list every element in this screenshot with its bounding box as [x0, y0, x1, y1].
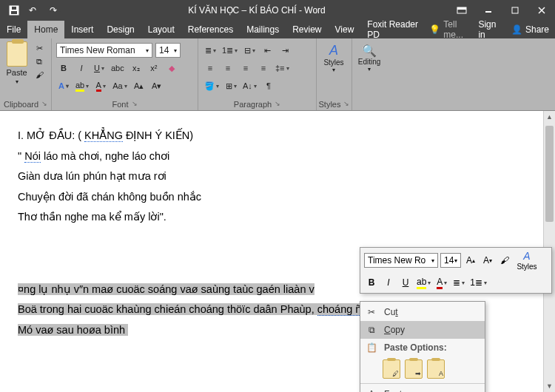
copy-icon: ⧉	[365, 325, 378, 335]
align-right-button[interactable]: ≡	[238, 61, 253, 75]
align-center-button[interactable]: ≡	[221, 61, 235, 75]
multilevel-button[interactable]: ⊟	[242, 43, 257, 58]
close-button[interactable]	[528, 0, 555, 21]
mini-numbering[interactable]: 1≣	[468, 275, 488, 290]
mini-styles-label: Styles	[517, 263, 536, 271]
tell-me-label: Tell me...	[443, 19, 468, 40]
menu-cut[interactable]: ✂ Cut	[360, 303, 485, 321]
text-effects-button[interactable]: A	[56, 78, 71, 93]
launcher-icon[interactable]: ↘	[41, 100, 47, 109]
strikethrough-button[interactable]: abc	[110, 61, 126, 75]
font-name-combo[interactable]: Times New Roman▾	[56, 43, 152, 58]
decrease-indent-button[interactable]: ⇤	[260, 43, 275, 58]
mini-font-value: Times New Ro	[368, 255, 426, 266]
italic-button[interactable]: I	[74, 61, 89, 75]
launcher-icon[interactable]: ↘	[275, 100, 280, 109]
mini-styles[interactable]: A Styles	[514, 250, 539, 271]
editing-button[interactable]: 🔍 Editing ▾	[357, 41, 382, 74]
mini-font-combo[interactable]: Times New Ro▾	[364, 253, 438, 268]
paste-merge[interactable]: ➡	[405, 359, 423, 379]
menu-font-label: Font...	[384, 389, 409, 392]
tab-home[interactable]: Home	[27, 21, 64, 38]
tell-me[interactable]: 💡 Tell me...	[425, 21, 472, 38]
context-menu: ✂ Cut ⧉ Copy 📋 Paste Options: 🖊 ➡ A A Fo…	[360, 301, 485, 392]
subscript-button[interactable]: x₂	[129, 61, 144, 75]
launcher-icon[interactable]: ↘	[132, 100, 138, 109]
redo-button[interactable]: ↷	[46, 2, 65, 18]
font-color-button[interactable]: A	[93, 78, 108, 93]
tab-review[interactable]: Review	[286, 21, 328, 38]
window-controls	[448, 0, 555, 21]
show-marks-button[interactable]: ¶	[261, 78, 276, 93]
menu-font[interactable]: A Font...	[360, 385, 485, 392]
chevron-down-icon: ▾	[332, 67, 335, 73]
tab-layout[interactable]: Layout	[141, 21, 181, 38]
bulb-icon: 💡	[429, 24, 440, 35]
launcher-icon[interactable]: ↘	[343, 100, 349, 109]
share-button[interactable]: 👤 Share	[505, 21, 555, 38]
mini-bold[interactable]: B	[364, 275, 379, 290]
font-name-value: Times New Roman	[60, 45, 135, 55]
mini-shrink-font[interactable]: A▾	[480, 253, 495, 268]
tab-insert[interactable]: Insert	[64, 21, 100, 38]
change-case-button[interactable]: Aa	[111, 78, 128, 93]
scroll-up-icon[interactable]: ▲	[544, 111, 555, 123]
borders-button[interactable]: ⊞	[223, 78, 238, 93]
cut-button[interactable]: ✂	[32, 41, 47, 55]
save-icon[interactable]	[4, 2, 24, 18]
scroll-down-icon[interactable]: ▼	[544, 380, 555, 392]
mini-format-painter[interactable]: 🖌	[497, 253, 512, 268]
tab-design[interactable]: Design	[100, 21, 141, 38]
sign-in[interactable]: Sign in	[472, 21, 505, 38]
mini-font-color[interactable]: A	[434, 275, 449, 290]
clipboard-icon: 📋	[365, 342, 378, 353]
ribbon-options-icon[interactable]	[448, 0, 475, 21]
doc-line-4: Chuyện đời đã chán không buồn nhắc	[18, 187, 537, 208]
mini-underline[interactable]: U	[398, 275, 413, 290]
menu-copy[interactable]: ⧉ Copy	[360, 321, 485, 339]
highlight-button[interactable]: ab	[74, 78, 90, 93]
mini-grow-font[interactable]: A▴	[463, 253, 478, 268]
font-size-value: 14	[159, 45, 169, 55]
format-painter-button[interactable]: 🖌	[32, 68, 47, 81]
font-size-combo[interactable]: 14▾	[155, 43, 181, 58]
paste-button[interactable]: Paste ▾	[4, 41, 29, 85]
sort-button[interactable]: A↓	[241, 78, 258, 93]
mini-italic[interactable]: I	[381, 275, 396, 290]
tab-file[interactable]: File	[0, 21, 27, 38]
clear-format-button[interactable]: ◆	[164, 61, 179, 75]
grow-font-button[interactable]: A▴	[132, 78, 147, 93]
align-left-button[interactable]: ≡	[203, 61, 218, 75]
paste-text-only[interactable]: A	[427, 359, 445, 379]
styles-icon: A	[329, 43, 338, 58]
increase-indent-button[interactable]: ⇥	[278, 43, 292, 58]
bullets-button[interactable]: ≣	[203, 43, 218, 58]
scroll-thumb[interactable]	[545, 126, 554, 222]
mini-highlight[interactable]: ab	[415, 275, 432, 290]
tab-foxit[interactable]: Foxit Reader PD	[360, 21, 425, 38]
styles-button[interactable]: A Styles ▾	[321, 41, 346, 74]
tab-view[interactable]: View	[329, 21, 361, 38]
mini-size-combo[interactable]: 14▾	[440, 253, 461, 268]
justify-button[interactable]: ≡	[256, 61, 271, 75]
superscript-button[interactable]: x²	[147, 61, 161, 75]
chevron-down-icon: ▾	[16, 78, 18, 85]
numbering-button[interactable]: 1≣	[221, 43, 239, 58]
tab-references[interactable]: References	[181, 21, 240, 38]
line-spacing-button[interactable]: ‡≡	[274, 61, 291, 75]
maximize-button[interactable]	[502, 0, 528, 21]
shading-button[interactable]: 🪣	[203, 78, 221, 93]
menu-cut-label: Cut	[384, 307, 398, 317]
undo-button[interactable]: ↶	[25, 2, 44, 18]
underline-button[interactable]: U	[92, 61, 107, 75]
minimize-button[interactable]	[475, 0, 502, 21]
group-label-clipboard: Clipboard	[4, 100, 38, 109]
styles-label: Styles	[323, 58, 343, 67]
shrink-font-button[interactable]: A▾	[149, 78, 164, 93]
mini-bullets[interactable]: ≣	[451, 275, 466, 290]
copy-button[interactable]: ⧉	[32, 55, 47, 68]
bold-button[interactable]: B	[56, 61, 71, 75]
tab-mailings[interactable]: Mailings	[240, 21, 286, 38]
paste-keep-source[interactable]: 🖊	[383, 359, 400, 379]
quick-access-toolbar: ↶ ↷	[0, 2, 65, 18]
